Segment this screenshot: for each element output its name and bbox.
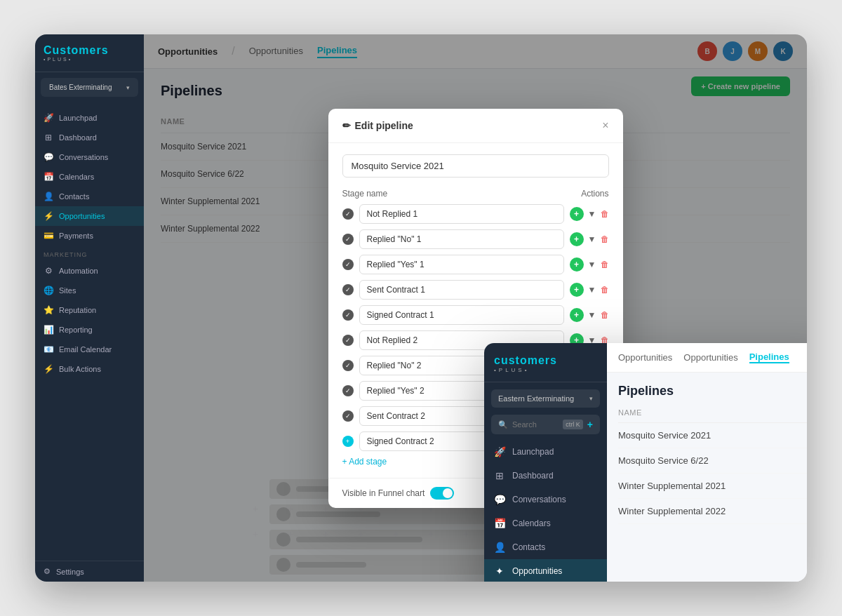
- zoomed-nav-launchpad[interactable]: 🚀 Launchpad: [484, 440, 607, 464]
- launchpad-icon: 🚀: [494, 446, 505, 457]
- zoomed-sidebar: customers •PLUS• Eastern Exterminating ▾…: [484, 343, 607, 582]
- stage-input-2[interactable]: [359, 229, 564, 249]
- zoomed-tab-opportunities2[interactable]: Opportunities: [683, 352, 737, 363]
- sidebar-nav: 🚀 Launchpad ⊞ Dashboard 💬 Conversations …: [35, 102, 144, 561]
- automation-icon: ⚙: [44, 266, 53, 276]
- dashboard-icon: ⊞: [44, 133, 53, 142]
- sidebar-item-bulk-actions[interactable]: ⚡ Bulk Actions: [35, 359, 144, 379]
- sidebar-item-label: Launchpad: [59, 114, 97, 122]
- stage-row-3: + ▼ 🗑: [342, 255, 609, 274]
- stage-delete-button[interactable]: 🗑: [601, 234, 609, 244]
- sidebar-item-email-calendar[interactable]: 📧 Email Calendar: [35, 340, 144, 359]
- modal-header: ✏ Edit pipeline ×: [328, 109, 623, 143]
- launchpad-icon: 🚀: [44, 113, 53, 123]
- zoomed-nav-opportunities[interactable]: ✦ Opportunities: [484, 559, 607, 582]
- sidebar-account[interactable]: Bates Exterminating ▾: [41, 78, 138, 97]
- sidebar-item-label: Email Calendar: [59, 345, 112, 354]
- stage-filter-button[interactable]: ▼: [588, 310, 596, 320]
- sidebar-item-reputation[interactable]: ⭐ Reputation: [35, 300, 144, 320]
- stage-filter-button[interactable]: ▼: [588, 285, 596, 295]
- sidebar-item-label: Conversations: [59, 153, 108, 161]
- app-container: Customers •PLUS• Bates Exterminating ▾ 🚀…: [35, 34, 807, 582]
- sidebar-item-calendars[interactable]: 📅 Calendars: [35, 167, 144, 187]
- bulk-actions-icon: ⚡: [44, 364, 53, 374]
- stage-row-5: + ▼ 🗑: [342, 305, 609, 325]
- opportunities-icon: ✦: [494, 565, 505, 577]
- stage-input-4[interactable]: [359, 280, 564, 300]
- reputation-icon: ⭐: [44, 305, 53, 315]
- stage-add-button[interactable]: +: [570, 207, 584, 221]
- sidebar: Customers •PLUS• Bates Exterminating ▾ 🚀…: [35, 34, 144, 582]
- zoomed-nav-calendars[interactable]: 📅 Calendars: [484, 511, 607, 535]
- plus-icon: +: [587, 419, 593, 430]
- edit-icon: ✏: [342, 120, 351, 131]
- stage-filter-button[interactable]: ▼: [588, 209, 596, 219]
- stage-add-button[interactable]: +: [570, 283, 584, 297]
- stage-delete-button[interactable]: 🗑: [601, 209, 609, 219]
- pipeline-name-input[interactable]: [342, 154, 609, 178]
- sidebar-item-label: Dashboard: [59, 133, 97, 142]
- stage-input-5[interactable]: [359, 305, 564, 325]
- zoomed-search-bar[interactable]: 🔍 Search ctrl K +: [491, 415, 600, 434]
- stage-check-icon: [342, 360, 354, 371]
- sidebar-item-label: Reputation: [59, 306, 96, 314]
- chevron-down-icon: ▾: [126, 84, 130, 91]
- stage-input-1[interactable]: [359, 204, 564, 224]
- nav-label: Contacts: [512, 542, 545, 552]
- sidebar-item-payments[interactable]: 💳 Payments: [35, 226, 144, 246]
- logo-sub: •PLUS•: [44, 57, 135, 62]
- nav-label: Dashboard: [512, 471, 554, 481]
- sidebar-item-dashboard[interactable]: ⊞ Dashboard: [35, 128, 144, 147]
- stage-filter-button[interactable]: ▼: [588, 260, 596, 269]
- reporting-icon: 📊: [44, 325, 53, 335]
- sidebar-item-opportunities[interactable]: ⚡ Opportunities: [35, 206, 144, 226]
- stage-action-btns: + ▼ 🗑: [570, 207, 609, 221]
- zoomed-account-selector[interactable]: Eastern Exterminating ▾: [491, 389, 600, 408]
- zoomed-nav-conversations[interactable]: 💬 Conversations: [484, 488, 607, 511]
- zoomed-nav-contacts[interactable]: 👤 Contacts: [484, 535, 607, 559]
- sidebar-settings[interactable]: ⚙ Settings: [35, 561, 144, 582]
- nav-label: Opportunities: [512, 566, 562, 576]
- stage-check-icon: [342, 208, 354, 220]
- opportunities-icon: ⚡: [44, 211, 53, 221]
- stage-input-3[interactable]: [359, 255, 564, 274]
- zoomed-card: customers •PLUS• Eastern Exterminating ▾…: [484, 343, 807, 582]
- zoomed-pipeline-row-2[interactable]: Mosquito Service 6/22: [618, 448, 807, 474]
- stage-add-button[interactable]: +: [570, 232, 584, 246]
- zoomed-nav-dashboard[interactable]: ⊞ Dashboard: [484, 464, 607, 488]
- conversations-icon: 💬: [494, 494, 505, 505]
- stage-add-button[interactable]: +: [570, 308, 584, 322]
- funnel-chart-label: Visible in Funnel chart: [342, 488, 425, 498]
- sidebar-item-sites[interactable]: 🌐 Sites: [35, 281, 144, 300]
- zoomed-page-title: Pipelines: [618, 384, 807, 399]
- email-calendar-icon: 📧: [44, 344, 53, 354]
- stage-delete-button[interactable]: 🗑: [601, 285, 609, 295]
- zoomed-pipeline-row-4[interactable]: Winter Supplemental 2022: [618, 499, 807, 524]
- funnel-chart-toggle[interactable]: [430, 487, 454, 500]
- sidebar-item-automation[interactable]: ⚙ Automation: [35, 261, 144, 281]
- dashboard-icon: ⊞: [494, 470, 505, 481]
- zoomed-tab-opportunities1[interactable]: Opportunities: [618, 352, 672, 363]
- stage-add-button[interactable]: +: [570, 257, 584, 272]
- zoomed-search-kbd: ctrl K: [563, 420, 583, 429]
- zoomed-pipeline-row-1[interactable]: Mosquito Service 2021: [618, 423, 807, 448]
- zoomed-content: Pipelines Name Mosquito Service 2021 Mos…: [607, 373, 807, 582]
- zoomed-main: Opportunities Opportunities Pipelines Pi…: [607, 343, 807, 582]
- stage-actions-label: Actions: [581, 189, 608, 199]
- stage-name-label: Stage name: [342, 189, 388, 199]
- stage-delete-button[interactable]: 🗑: [601, 260, 609, 269]
- stage-table-header: Stage name Actions: [342, 189, 609, 199]
- stage-delete-button[interactable]: 🗑: [601, 310, 609, 320]
- sidebar-item-reporting[interactable]: 📊 Reporting: [35, 320, 144, 340]
- zoomed-tab-pipelines[interactable]: Pipelines: [749, 351, 789, 363]
- sidebar-item-launchpad[interactable]: 🚀 Launchpad: [35, 108, 144, 128]
- chevron-down-icon: ▾: [589, 395, 593, 402]
- stage-filter-button[interactable]: ▼: [588, 234, 596, 244]
- sidebar-account-text: Bates Exterminating: [49, 83, 122, 91]
- sidebar-item-conversations[interactable]: 💬 Conversations: [35, 147, 144, 167]
- sidebar-item-contacts[interactable]: 👤 Contacts: [35, 187, 144, 206]
- zoomed-table-header: Name: [618, 408, 807, 423]
- zoomed-pipeline-row-3[interactable]: Winter Supplemental 2021: [618, 474, 807, 499]
- modal-close-button[interactable]: ×: [602, 120, 608, 131]
- sidebar-item-label: Reporting: [59, 326, 93, 334]
